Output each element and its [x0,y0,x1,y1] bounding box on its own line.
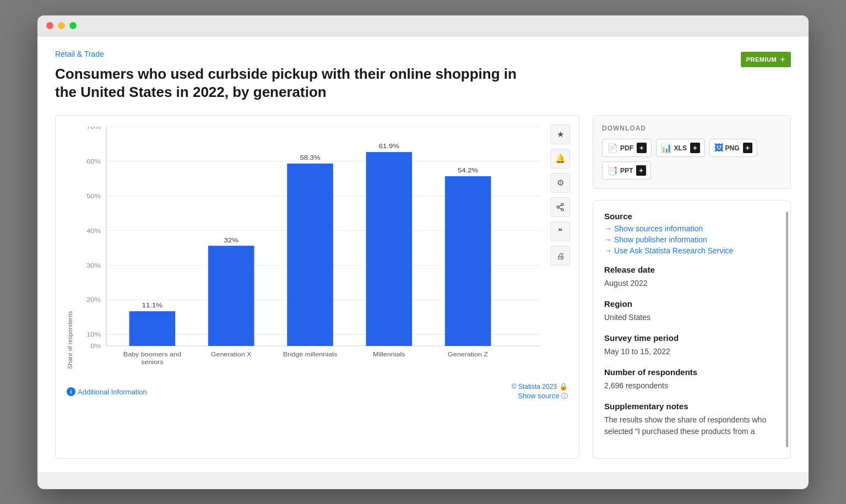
region-section: Region United States [604,299,779,323]
svg-text:61.9%: 61.9% [379,143,399,150]
bar-millennials [366,152,413,346]
bar-gen-z [445,176,491,346]
svg-line-4 [559,205,562,207]
respondents-value: 2,696 respondents [604,380,779,392]
pdf-icon: 📄 [607,143,618,153]
svg-point-1 [557,206,559,208]
quote-button[interactable]: ❝ [550,221,570,241]
region-label: Region [604,299,779,308]
arrow-icon-2: → [604,235,612,244]
arrow-icon-3: → [604,246,612,255]
svg-point-2 [561,209,563,211]
info-panel: Source → Show sources information → Show… [593,200,791,459]
svg-text:11.1%: 11.1% [142,302,162,309]
bar-baby-boomers [129,311,176,346]
gear-button[interactable]: ⚙ [550,173,570,193]
xls-plus: + [690,143,700,153]
y-axis-label: Share of respondents [67,127,73,369]
ppt-plus: + [636,165,646,176]
page-title: Consumers who used curbside pickup with … [55,65,529,102]
svg-text:Generation Z: Generation Z [448,351,488,357]
sidebar: DOWNLOAD 📄 PDF + 📊 XLS + [593,115,791,459]
region-value: United States [604,312,779,323]
ppt-label: PPT [620,167,633,175]
survey-section: Survey time period May 10 to 15, 2022 [604,333,779,357]
supplementary-value: The results show the share of respondent… [604,414,779,437]
download-title: DOWNLOAD [602,124,782,132]
svg-line-3 [559,208,562,209]
breadcrumb[interactable]: Retail & Trade [55,50,529,58]
svg-text:60%: 60% [86,158,101,165]
svg-text:54.2%: 54.2% [458,167,478,174]
chart-footer: i Additional Information © Statista 2023… [67,378,568,401]
svg-text:58.3%: 58.3% [300,154,320,161]
additional-info-link[interactable]: i Additional Information [67,387,147,396]
source-section: Source → Show sources information → Show… [604,212,779,255]
svg-text:30%: 30% [86,262,101,269]
png-icon: 🖼 [714,143,723,153]
svg-text:seniors: seniors [141,358,163,365]
close-dot[interactable] [46,22,53,29]
xls-label: XLS [674,144,687,152]
app-window: Retail & Trade Consumers who used curbsi… [37,15,809,489]
svg-text:32%: 32% [224,236,238,243]
svg-text:Bridge millennials: Bridge millennials [283,351,337,357]
download-pdf-button[interactable]: 📄 PDF + [602,139,652,157]
show-publisher-link[interactable]: → Show publisher information [604,235,779,244]
svg-text:10%: 10% [86,331,101,338]
info-icon: i [67,387,75,396]
scrollbar[interactable] [786,212,788,447]
supplementary-section: Supplementary notes The results show the… [604,402,779,437]
svg-text:20%: 20% [86,296,101,304]
download-xls-button[interactable]: 📊 XLS + [656,139,705,157]
show-sources-link[interactable]: → Show sources information [604,224,779,233]
download-png-button[interactable]: 🖼 PNG + [709,139,758,157]
chart-tools: ★ 🔔 ⚙ ❝ 🖨 [550,124,570,265]
bell-button[interactable]: 🔔 [550,149,570,169]
supplementary-label: Supplementary notes [604,402,779,411]
survey-label: Survey time period [604,333,779,343]
svg-text:0%: 0% [90,343,101,350]
download-buttons: 📄 PDF + 📊 XLS + 🖼 PNG + [602,139,782,180]
bar-bridge-millennials [287,164,333,346]
copyright-text: © Statista 2023 [512,383,557,391]
ask-statista-link[interactable]: → Use Ask Statista Research Service [604,246,779,255]
copyright: © Statista 2023 🔒 [512,382,568,391]
bar-gen-x [208,246,254,346]
survey-value: May 10 to 15, 2022 [604,346,779,357]
star-button[interactable]: ★ [550,124,570,144]
respondents-section: Number of respondents 2,696 respondents [604,367,779,392]
svg-point-0 [561,203,563,205]
page-content: Retail & Trade Consumers who used curbsi… [37,36,809,473]
show-source-link[interactable]: Show source ⓘ [518,392,568,401]
xls-icon: 📊 [661,143,672,153]
svg-text:70%: 70% [86,127,101,131]
premium-badge[interactable]: PREMIUM + [741,52,791,67]
svg-text:50%: 50% [86,193,101,200]
premium-plus: + [780,55,785,64]
arrow-icon: → [604,224,612,233]
respondents-label: Number of respondents [604,367,779,377]
download-section: DOWNLOAD 📄 PDF + 📊 XLS + [593,115,791,189]
release-date-value: August 2022 [604,278,779,289]
share-button[interactable] [550,197,570,217]
chart-svg: 70% 60% 50% 40% 30% 20% 10% 0% 11.1% Bab… [80,127,540,369]
source-label: Source [604,212,779,221]
minimize-dot[interactable] [58,22,65,29]
png-plus: + [743,143,753,153]
pdf-label: PDF [620,144,633,152]
print-button[interactable]: 🖨 [550,246,570,265]
download-ppt-button[interactable]: 📑 PPT + [602,161,651,180]
additional-info-label: Additional Information [78,388,147,396]
chart-container: ★ 🔔 ⚙ ❝ 🖨 Share of respondents [55,115,579,459]
page-header: Retail & Trade Consumers who used curbsi… [55,50,791,102]
svg-text:Millennials: Millennials [373,351,405,357]
release-date-section: Release date August 2022 [604,265,779,289]
ppt-icon: 📑 [607,165,618,176]
main-area: ★ 🔔 ⚙ ❝ 🖨 Share of respondents [55,115,791,459]
release-date-label: Release date [604,265,779,274]
svg-text:Generation X: Generation X [211,351,252,357]
maximize-dot[interactable] [69,22,77,29]
png-label: PNG [725,144,740,152]
titlebar [37,15,809,36]
